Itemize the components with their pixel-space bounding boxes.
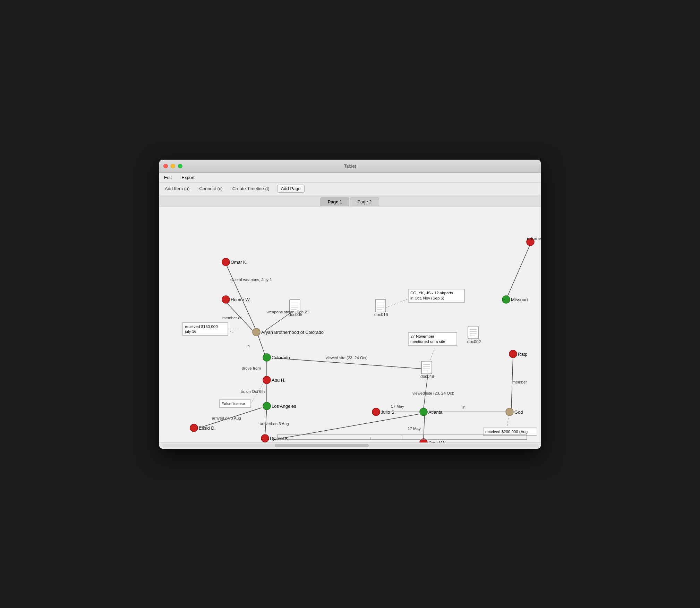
menu-export[interactable]: Export: [179, 174, 197, 181]
node-djamel[interactable]: [261, 434, 269, 442]
node-colorado[interactable]: [263, 354, 271, 361]
node-djamel-label: Djamel K.: [270, 436, 289, 441]
create-timeline-button[interactable]: Create Timeline (t): [230, 185, 272, 192]
edge-label-aryan-colorado: in: [247, 344, 250, 348]
node-god[interactable]: [506, 408, 513, 416]
node-aryan[interactable]: [253, 328, 260, 336]
node-atlanta-label: Atlanta: [428, 409, 443, 415]
ann-received-200k-text: received $200,000 (Aug: [485, 430, 528, 434]
node-essid-label: Essid D.: [199, 425, 215, 431]
edge-label-atlanta-god: in: [462, 405, 466, 409]
window-title: Tablet: [344, 163, 356, 169]
edge-label-atlanta-david: 17 May: [408, 427, 421, 431]
doc049-label: doc049: [420, 374, 434, 379]
node-abu-label: Abu H.: [272, 378, 285, 383]
close-button[interactable]: [163, 164, 168, 168]
doc049-icon[interactable]: [421, 361, 432, 374]
menu-edit[interactable]: Edit: [162, 174, 174, 181]
svg-rect-6: [375, 299, 386, 312]
edge-missouri-returned: [506, 244, 530, 299]
node-homer-label: Homer W.: [231, 297, 251, 302]
ann-cgykjs-text2: in Oct, Nov (Sep 5): [410, 296, 444, 300]
node-god-label: God: [514, 409, 523, 415]
doc002-label: doc002: [467, 339, 481, 344]
doc016-icon[interactable]: [375, 299, 386, 312]
doc002-icon[interactable]: [468, 326, 478, 339]
add-item-button[interactable]: Add Item (a): [163, 185, 192, 192]
ann-cgykjs-text1: CG, YK, JS - 12 airports: [410, 291, 453, 295]
node-colorado-label: Colorado: [272, 355, 290, 360]
edge-label-homer-aryan: member of: [222, 316, 242, 320]
edge-label-colorado-doc049: viewed site (23, 24 Oct): [326, 356, 368, 360]
node-david-label: David W.: [428, 440, 446, 442]
scrollbar-thumb[interactable]: [275, 444, 369, 447]
tab-page2[interactable]: Page 2: [350, 197, 379, 206]
node-missouri[interactable]: [502, 296, 510, 303]
edge-label-doc049-atlanta: viewed site (23, 24 Oct): [412, 391, 454, 395]
edge-label-abu-la: to, on Oct 6th: [241, 389, 265, 394]
doc016-label: doc016: [374, 312, 388, 317]
menubar: Edit Export: [159, 173, 541, 183]
graph-canvas[interactable]: doc005 doc016 doc002: [159, 206, 541, 442]
toolbar: Add Item (a) Connect (c) Create Timeline…: [159, 183, 541, 195]
tabs-bar: Page 1 Page 2: [159, 195, 541, 206]
ann-received-150k-text: received $150,000: [185, 324, 218, 329]
edge-label-colorado-abu: drove from: [242, 366, 261, 370]
ann-27nov-text2: mentioned on a site: [410, 339, 445, 344]
maximize-button[interactable]: [178, 164, 182, 168]
add-page-button[interactable]: Add Page: [277, 185, 305, 193]
node-homer[interactable]: [222, 296, 230, 303]
edge-label-aryan-doc005: weapons stolen, Feb 21: [266, 310, 309, 314]
ann-false-license-text: False license: [222, 402, 245, 406]
node-returned-label: returned: [527, 236, 541, 241]
node-la[interactable]: [263, 402, 271, 410]
edge-aryan-colorado: [258, 336, 265, 355]
node-julio[interactable]: [372, 408, 380, 416]
tab-page1[interactable]: Page 1: [320, 197, 349, 206]
node-david[interactable]: [420, 439, 427, 442]
node-julio-label: Julio S.: [381, 409, 396, 415]
minimize-button[interactable]: [171, 164, 175, 168]
ann-27nov-text1: 27 November: [410, 334, 434, 338]
node-omar[interactable]: [222, 258, 230, 266]
ann-received-150k-text2: july 16: [185, 329, 196, 333]
node-abu[interactable]: [263, 376, 271, 384]
svg-rect-16: [421, 361, 432, 374]
edge-label-la-essid: arrived on 3 Aug: [212, 416, 241, 420]
edge-atlanta-david: [424, 415, 425, 440]
edge-label-omar-aryan: sale of weapons, July 1: [230, 278, 272, 282]
edge-label-julio-atlanta: 17 May: [391, 404, 404, 408]
graph-svg: doc005 doc016 doc002: [159, 206, 541, 442]
edge-aryan-ann150: [230, 331, 234, 333]
main-window: Tablet Edit Export Add Item (a) Connect …: [159, 160, 541, 449]
edge-label-ralph-god: member: [512, 380, 527, 384]
titlebar: Tablet: [159, 160, 541, 173]
node-omar-label: Omar K.: [231, 260, 247, 265]
svg-rect-11: [468, 326, 478, 339]
node-atlanta[interactable]: [420, 408, 427, 416]
node-essid[interactable]: [190, 424, 198, 432]
node-missouri-label: Missouri: [511, 297, 528, 302]
edge-djamel-atlanta: [274, 414, 419, 440]
node-la-label: Los Angeles: [272, 404, 296, 409]
scrollbar-track[interactable]: [162, 444, 538, 447]
scrollbar-area: [159, 442, 541, 449]
traffic-lights: [163, 164, 182, 168]
node-aryan-label: Aryan Brotherhood of Colorado: [261, 330, 324, 335]
node-ralph-label: Ratp: [518, 352, 527, 357]
edge-label-la-djamel: arrived on 3 Aug: [260, 422, 289, 426]
node-ralph[interactable]: [509, 350, 517, 358]
connect-button[interactable]: Connect (c): [197, 185, 225, 192]
